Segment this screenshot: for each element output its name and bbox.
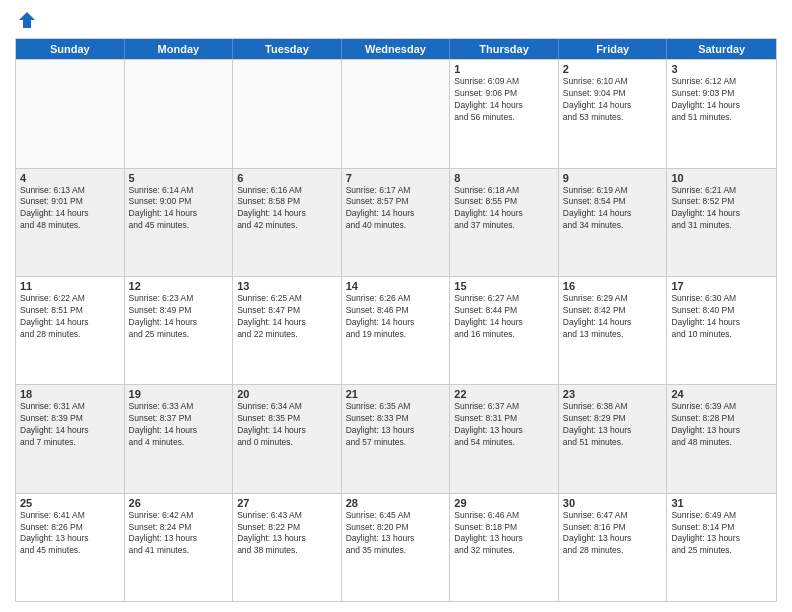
calendar-cell: 2Sunrise: 6:10 AMSunset: 9:04 PMDaylight… (559, 60, 668, 167)
day-number: 13 (237, 280, 337, 292)
day-info: Sunrise: 6:37 AMSunset: 8:31 PMDaylight:… (454, 401, 554, 449)
day-info: Sunrise: 6:49 AMSunset: 8:14 PMDaylight:… (671, 510, 772, 558)
calendar-cell (16, 60, 125, 167)
calendar-cell: 16Sunrise: 6:29 AMSunset: 8:42 PMDayligh… (559, 277, 668, 384)
calendar-cell: 11Sunrise: 6:22 AMSunset: 8:51 PMDayligh… (16, 277, 125, 384)
day-number: 4 (20, 172, 120, 184)
day-number: 21 (346, 388, 446, 400)
calendar-cell: 9Sunrise: 6:19 AMSunset: 8:54 PMDaylight… (559, 169, 668, 276)
calendar-cell: 12Sunrise: 6:23 AMSunset: 8:49 PMDayligh… (125, 277, 234, 384)
day-info: Sunrise: 6:27 AMSunset: 8:44 PMDaylight:… (454, 293, 554, 341)
weekday-header-thursday: Thursday (450, 39, 559, 59)
weekday-header-monday: Monday (125, 39, 234, 59)
day-info: Sunrise: 6:16 AMSunset: 8:58 PMDaylight:… (237, 185, 337, 233)
day-info: Sunrise: 6:31 AMSunset: 8:39 PMDaylight:… (20, 401, 120, 449)
calendar-cell: 23Sunrise: 6:38 AMSunset: 8:29 PMDayligh… (559, 385, 668, 492)
calendar-cell (342, 60, 451, 167)
calendar-cell: 5Sunrise: 6:14 AMSunset: 9:00 PMDaylight… (125, 169, 234, 276)
day-info: Sunrise: 6:23 AMSunset: 8:49 PMDaylight:… (129, 293, 229, 341)
day-number: 16 (563, 280, 663, 292)
calendar-cell: 7Sunrise: 6:17 AMSunset: 8:57 PMDaylight… (342, 169, 451, 276)
day-number: 24 (671, 388, 772, 400)
calendar-week-0: 1Sunrise: 6:09 AMSunset: 9:06 PMDaylight… (16, 59, 776, 167)
day-number: 26 (129, 497, 229, 509)
day-info: Sunrise: 6:47 AMSunset: 8:16 PMDaylight:… (563, 510, 663, 558)
day-info: Sunrise: 6:35 AMSunset: 8:33 PMDaylight:… (346, 401, 446, 449)
calendar-week-4: 25Sunrise: 6:41 AMSunset: 8:26 PMDayligh… (16, 493, 776, 601)
day-info: Sunrise: 6:12 AMSunset: 9:03 PMDaylight:… (671, 76, 772, 124)
day-info: Sunrise: 6:22 AMSunset: 8:51 PMDaylight:… (20, 293, 120, 341)
day-info: Sunrise: 6:46 AMSunset: 8:18 PMDaylight:… (454, 510, 554, 558)
day-number: 25 (20, 497, 120, 509)
day-number: 10 (671, 172, 772, 184)
day-number: 30 (563, 497, 663, 509)
day-number: 12 (129, 280, 229, 292)
day-number: 11 (20, 280, 120, 292)
day-info: Sunrise: 6:14 AMSunset: 9:00 PMDaylight:… (129, 185, 229, 233)
calendar-cell: 31Sunrise: 6:49 AMSunset: 8:14 PMDayligh… (667, 494, 776, 601)
calendar-cell: 20Sunrise: 6:34 AMSunset: 8:35 PMDayligh… (233, 385, 342, 492)
day-number: 3 (671, 63, 772, 75)
day-number: 20 (237, 388, 337, 400)
calendar-cell: 19Sunrise: 6:33 AMSunset: 8:37 PMDayligh… (125, 385, 234, 492)
weekday-header-tuesday: Tuesday (233, 39, 342, 59)
day-info: Sunrise: 6:30 AMSunset: 8:40 PMDaylight:… (671, 293, 772, 341)
calendar-cell: 14Sunrise: 6:26 AMSunset: 8:46 PMDayligh… (342, 277, 451, 384)
calendar-cell: 3Sunrise: 6:12 AMSunset: 9:03 PMDaylight… (667, 60, 776, 167)
calendar-cell: 10Sunrise: 6:21 AMSunset: 8:52 PMDayligh… (667, 169, 776, 276)
day-info: Sunrise: 6:33 AMSunset: 8:37 PMDaylight:… (129, 401, 229, 449)
calendar-week-2: 11Sunrise: 6:22 AMSunset: 8:51 PMDayligh… (16, 276, 776, 384)
day-info: Sunrise: 6:25 AMSunset: 8:47 PMDaylight:… (237, 293, 337, 341)
day-info: Sunrise: 6:17 AMSunset: 8:57 PMDaylight:… (346, 185, 446, 233)
weekday-header-wednesday: Wednesday (342, 39, 451, 59)
day-info: Sunrise: 6:43 AMSunset: 8:22 PMDaylight:… (237, 510, 337, 558)
calendar-cell: 4Sunrise: 6:13 AMSunset: 9:01 PMDaylight… (16, 169, 125, 276)
calendar: SundayMondayTuesdayWednesdayThursdayFrid… (15, 38, 777, 602)
day-info: Sunrise: 6:18 AMSunset: 8:55 PMDaylight:… (454, 185, 554, 233)
calendar-cell: 30Sunrise: 6:47 AMSunset: 8:16 PMDayligh… (559, 494, 668, 601)
day-info: Sunrise: 6:19 AMSunset: 8:54 PMDaylight:… (563, 185, 663, 233)
day-info: Sunrise: 6:10 AMSunset: 9:04 PMDaylight:… (563, 76, 663, 124)
weekday-header-friday: Friday (559, 39, 668, 59)
day-info: Sunrise: 6:13 AMSunset: 9:01 PMDaylight:… (20, 185, 120, 233)
day-info: Sunrise: 6:21 AMSunset: 8:52 PMDaylight:… (671, 185, 772, 233)
day-number: 8 (454, 172, 554, 184)
calendar-cell: 15Sunrise: 6:27 AMSunset: 8:44 PMDayligh… (450, 277, 559, 384)
logo-text (15, 10, 37, 30)
day-number: 17 (671, 280, 772, 292)
day-info: Sunrise: 6:29 AMSunset: 8:42 PMDaylight:… (563, 293, 663, 341)
calendar-cell: 24Sunrise: 6:39 AMSunset: 8:28 PMDayligh… (667, 385, 776, 492)
day-number: 23 (563, 388, 663, 400)
weekday-header-sunday: Sunday (16, 39, 125, 59)
page: SundayMondayTuesdayWednesdayThursdayFrid… (0, 0, 792, 612)
header (15, 10, 777, 30)
day-number: 1 (454, 63, 554, 75)
weekday-header-saturday: Saturday (667, 39, 776, 59)
calendar-cell: 8Sunrise: 6:18 AMSunset: 8:55 PMDaylight… (450, 169, 559, 276)
day-number: 5 (129, 172, 229, 184)
day-number: 29 (454, 497, 554, 509)
calendar-cell (125, 60, 234, 167)
day-number: 6 (237, 172, 337, 184)
day-number: 7 (346, 172, 446, 184)
day-number: 31 (671, 497, 772, 509)
calendar-header: SundayMondayTuesdayWednesdayThursdayFrid… (16, 39, 776, 59)
day-number: 19 (129, 388, 229, 400)
day-info: Sunrise: 6:34 AMSunset: 8:35 PMDaylight:… (237, 401, 337, 449)
calendar-cell: 29Sunrise: 6:46 AMSunset: 8:18 PMDayligh… (450, 494, 559, 601)
calendar-cell: 6Sunrise: 6:16 AMSunset: 8:58 PMDaylight… (233, 169, 342, 276)
day-number: 2 (563, 63, 663, 75)
calendar-week-3: 18Sunrise: 6:31 AMSunset: 8:39 PMDayligh… (16, 384, 776, 492)
day-info: Sunrise: 6:41 AMSunset: 8:26 PMDaylight:… (20, 510, 120, 558)
day-number: 22 (454, 388, 554, 400)
day-info: Sunrise: 6:26 AMSunset: 8:46 PMDaylight:… (346, 293, 446, 341)
calendar-cell: 1Sunrise: 6:09 AMSunset: 9:06 PMDaylight… (450, 60, 559, 167)
day-info: Sunrise: 6:42 AMSunset: 8:24 PMDaylight:… (129, 510, 229, 558)
day-info: Sunrise: 6:45 AMSunset: 8:20 PMDaylight:… (346, 510, 446, 558)
calendar-cell: 25Sunrise: 6:41 AMSunset: 8:26 PMDayligh… (16, 494, 125, 601)
calendar-cell: 28Sunrise: 6:45 AMSunset: 8:20 PMDayligh… (342, 494, 451, 601)
day-number: 9 (563, 172, 663, 184)
day-number: 27 (237, 497, 337, 509)
calendar-cell: 18Sunrise: 6:31 AMSunset: 8:39 PMDayligh… (16, 385, 125, 492)
day-info: Sunrise: 6:09 AMSunset: 9:06 PMDaylight:… (454, 76, 554, 124)
